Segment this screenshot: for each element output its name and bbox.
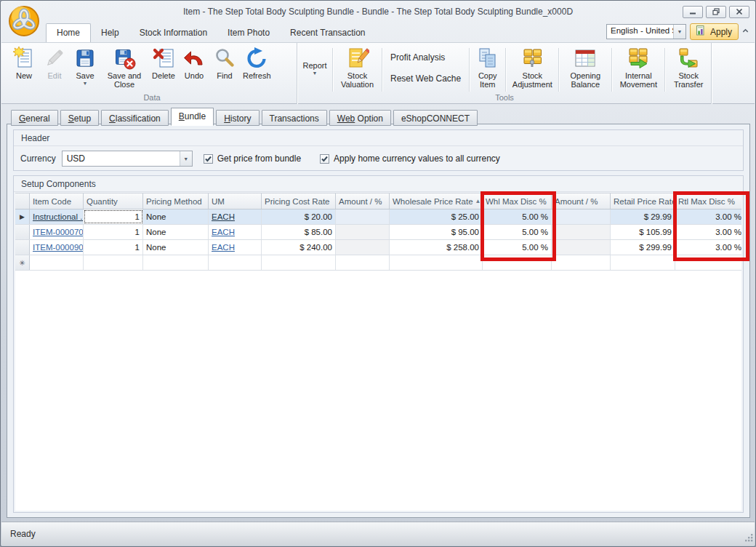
empty-cell[interactable]: [209, 255, 262, 270]
empty-cell[interactable]: [84, 255, 143, 270]
internal-movement-button[interactable]: Internal Movement: [614, 45, 662, 89]
tab-general[interactable]: General: [11, 110, 58, 126]
profit-analysis-button[interactable]: Profit Analysis: [389, 51, 462, 64]
refresh-button[interactable]: Refresh: [240, 45, 274, 80]
row-selector-header[interactable]: [15, 193, 30, 209]
copy-item-button[interactable]: Copy Item: [472, 45, 503, 89]
um-link[interactable]: EACH: [212, 243, 235, 252]
item-code-link[interactable]: ITEM-000090: [33, 243, 84, 252]
column-header-quantity[interactable]: Quantity: [84, 193, 143, 209]
cell-whl-max-disc[interactable]: 5.00 %: [483, 209, 552, 224]
cell-item-code[interactable]: ITEM-000090: [30, 240, 84, 255]
column-header-wholesale-price-rate[interactable]: Wholesale Price Rate▲: [390, 193, 483, 209]
cell-rtl-max-disc[interactable]: 3.00 %: [675, 209, 741, 224]
new-row[interactable]: ✳: [15, 255, 741, 271]
cell-um[interactable]: EACH: [209, 209, 262, 224]
cell-retail-price-rate[interactable]: $ 299.99: [611, 240, 675, 255]
empty-cell[interactable]: [611, 255, 675, 270]
checkbox-apply-home-currency-values-to-all-currency[interactable]: Apply home currency values to all curren…: [320, 153, 500, 164]
app-logo-icon[interactable]: [7, 4, 41, 38]
column-header-pricing-cost-rate[interactable]: Pricing Cost Rate: [262, 193, 336, 209]
find-button[interactable]: Find: [209, 45, 240, 80]
cell-quantity[interactable]: 1: [84, 209, 143, 224]
language-select[interactable]: English - United States ▼: [606, 24, 686, 39]
cell-amount[interactable]: [552, 225, 611, 239]
report-button[interactable]: Report▼: [299, 45, 330, 89]
cell-retail-price-rate[interactable]: $ 105.99: [611, 225, 675, 239]
reset-web-cache-button[interactable]: Reset Web Cache: [389, 72, 462, 85]
currency-select[interactable]: USD ▼: [62, 151, 193, 167]
language-dropdown-button[interactable]: ▼: [673, 25, 685, 39]
row-selector[interactable]: [15, 240, 30, 255]
opening-balance-button[interactable]: Opening Balance: [561, 45, 609, 89]
cell-item-code[interactable]: Instructional ...: [30, 209, 84, 224]
cell-whl-max-disc[interactable]: 5.00 %: [483, 240, 552, 255]
close-button[interactable]: [729, 6, 749, 18]
tab-history[interactable]: History: [216, 110, 259, 126]
column-header-amount[interactable]: Amount / %: [552, 193, 611, 209]
cell-pricing-method[interactable]: None: [143, 240, 209, 255]
new-button[interactable]: New: [9, 45, 39, 80]
restore-button[interactable]: [706, 6, 726, 18]
column-header-amount[interactable]: Amount / %: [336, 193, 390, 209]
delete-button[interactable]: Delete: [148, 45, 179, 80]
collapse-ribbon-button[interactable]: [739, 25, 752, 38]
ribbon-tab-stock-information[interactable]: Stock Information: [129, 24, 217, 42]
currency-dropdown-button[interactable]: ▼: [180, 151, 192, 166]
ribbon-tab-home[interactable]: Home: [46, 23, 91, 42]
empty-cell[interactable]: [143, 255, 209, 270]
column-header-retail-price-rate[interactable]: Retail Price Rate: [611, 193, 675, 209]
stock-valuation-button[interactable]: Stock Valuation: [335, 45, 379, 89]
cell-retail-price-rate[interactable]: $ 29.99: [611, 209, 675, 224]
cell-wholesale-price-rate[interactable]: $ 95.00: [390, 225, 483, 239]
cell-whl-max-disc[interactable]: 5.00 %: [483, 225, 552, 239]
empty-cell[interactable]: [483, 255, 552, 270]
tab-setup[interactable]: Setup: [60, 110, 99, 126]
tab-eshopconnect[interactable]: eShopCONNECT: [393, 110, 478, 126]
um-link[interactable]: EACH: [212, 212, 235, 221]
cell-quantity[interactable]: 1: [84, 225, 143, 239]
stock-transfer-button[interactable]: Stock Transfer: [667, 45, 709, 89]
tab-bundle[interactable]: Bundle: [171, 108, 214, 126]
cell-quantity[interactable]: 1: [84, 240, 143, 255]
empty-cell[interactable]: [675, 255, 741, 270]
cell-amount[interactable]: [336, 240, 390, 255]
cell-pricing-cost-rate[interactable]: $ 240.00: [262, 240, 336, 255]
cell-pricing-method[interactable]: None: [143, 225, 209, 239]
empty-cell[interactable]: [30, 255, 84, 270]
cell-pricing-cost-rate[interactable]: $ 20.00: [262, 209, 336, 224]
column-header-item-code[interactable]: Item Code: [30, 193, 84, 209]
cell-item-code[interactable]: ITEM-000070: [30, 225, 84, 239]
minimize-button[interactable]: [683, 6, 703, 18]
column-header-rtl-max-disc[interactable]: Rtl Max Disc %: [675, 193, 741, 209]
stock-adjustment-button[interactable]: Stock Adjustment: [508, 45, 556, 89]
cell-wholesale-price-rate[interactable]: $ 25.00: [390, 209, 483, 224]
resize-grip[interactable]: [744, 532, 753, 544]
cell-amount[interactable]: [552, 209, 611, 224]
item-code-link[interactable]: ITEM-000070: [33, 228, 84, 236]
column-header-whl-max-disc[interactable]: Whl Max Disc %: [483, 193, 552, 209]
cell-rtl-max-disc[interactable]: 3.00 %: [675, 240, 741, 255]
empty-cell[interactable]: [262, 255, 336, 270]
empty-cell[interactable]: [552, 255, 611, 270]
empty-cell[interactable]: [390, 255, 483, 270]
save-button[interactable]: Save▼: [70, 45, 100, 86]
cell-amount[interactable]: [336, 209, 390, 224]
cell-pricing-cost-rate[interactable]: $ 85.00: [262, 225, 336, 239]
tab-classification[interactable]: Classification: [101, 110, 169, 126]
row-selector[interactable]: ▶: [15, 209, 30, 224]
cell-um[interactable]: EACH: [209, 240, 262, 255]
ribbon-tab-item-photo[interactable]: Item Photo: [217, 24, 280, 42]
cell-amount[interactable]: [552, 240, 611, 255]
apply-button[interactable]: Apply: [690, 23, 739, 40]
column-header-pricing-method[interactable]: Pricing Method: [143, 193, 209, 209]
um-link[interactable]: EACH: [212, 228, 235, 236]
item-code-link[interactable]: Instructional ...: [33, 212, 84, 221]
ribbon-tab-help[interactable]: Help: [91, 24, 129, 42]
empty-cell[interactable]: [336, 255, 390, 270]
cell-wholesale-price-rate[interactable]: $ 258.00: [390, 240, 483, 255]
row-selector[interactable]: [15, 225, 30, 239]
checkbox-get-price-from-bundle[interactable]: Get price from bundle: [204, 153, 301, 164]
tab-transactions[interactable]: Transactions: [262, 110, 327, 126]
cell-um[interactable]: EACH: [209, 225, 262, 239]
